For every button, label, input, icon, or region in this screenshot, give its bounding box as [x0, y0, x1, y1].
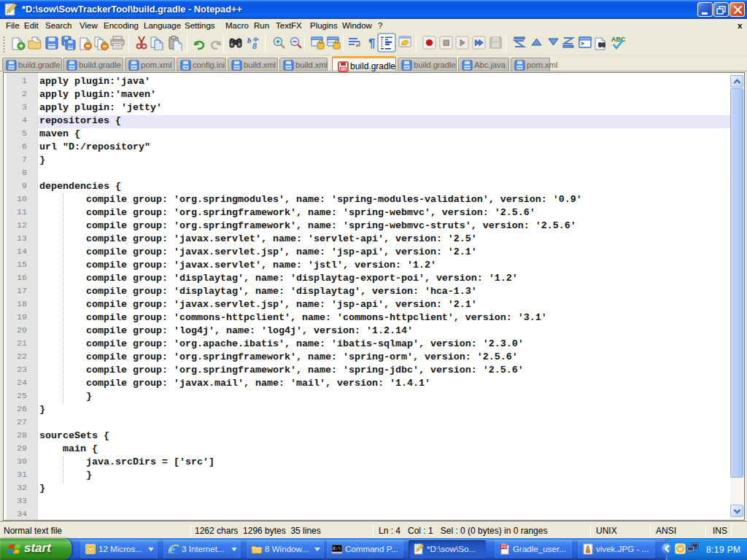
svg-text:>: > — [581, 40, 584, 47]
svg-text:C:\: C:\ — [333, 546, 341, 551]
svg-text:¶: ¶ — [368, 36, 375, 50]
svg-text:PDF: PDF — [501, 545, 509, 549]
svg-text:ABC: ABC — [611, 36, 625, 43]
svg-text:b: b — [247, 36, 252, 44]
svg-text:8: 8 — [252, 41, 257, 50]
